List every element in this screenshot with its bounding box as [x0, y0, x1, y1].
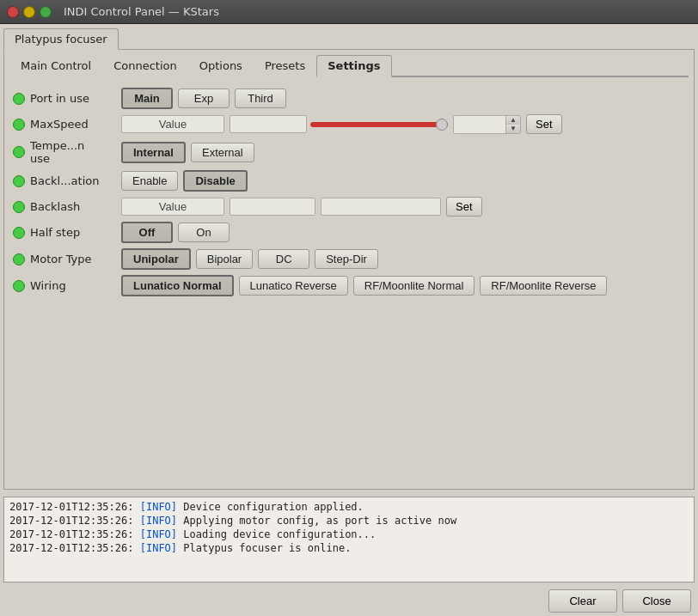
temperature-row: Tempe...n use Internal External: [13, 139, 685, 165]
maxspeed-label: MaxSpeed: [30, 118, 116, 131]
maxspeed-set-button[interactable]: Set: [526, 114, 562, 134]
log-line-4-msg: Platypus focuser is online.: [177, 542, 351, 554]
clear-button[interactable]: Clear: [548, 589, 617, 613]
maxspeed-indicator: [13, 119, 25, 131]
bottom-bar: Clear Close: [0, 586, 698, 616]
port-main-button[interactable]: Main: [121, 88, 173, 109]
backlash-action-row: Backl...ation Enable Disable: [13, 170, 685, 192]
backlash-row: Backlash 0 0 Set: [13, 197, 685, 217]
log-info-4: [INFO]: [140, 542, 177, 554]
wiring-rf-moonlite-normal-button[interactable]: RF/Moonlite Normal: [353, 276, 475, 296]
maxspeed-spinbox-down[interactable]: ▼: [506, 125, 520, 133]
maximize-window-button[interactable]: [40, 6, 52, 18]
log-info-2: [INFO]: [140, 515, 177, 527]
backlash-value2[interactable]: 0: [321, 198, 441, 216]
wiring-lunatico-reverse-button[interactable]: Lunatico Reverse: [239, 276, 348, 296]
half-step-indicator: [13, 227, 25, 239]
log-line-2-text: 2017-12-01T12:35:26:: [9, 515, 140, 527]
maxspeed-spinbox: 9800.00 ▲ ▼: [453, 115, 521, 134]
log-line-4: 2017-12-01T12:35:26: [INFO] Platypus foc…: [9, 542, 689, 554]
backlash-set-button[interactable]: Set: [446, 197, 482, 217]
backlash-action-indicator: [13, 175, 25, 187]
port-exp-button[interactable]: Exp: [178, 88, 230, 108]
minimize-window-button[interactable]: [23, 6, 35, 18]
backlash-enable-button[interactable]: Enable: [121, 171, 178, 191]
inner-tab-bar: Main Control Connection Options Presets …: [9, 55, 689, 77]
tab-presets[interactable]: Presets: [254, 55, 316, 77]
window-title: INDI Control Panel — KStars: [64, 5, 219, 18]
log-info-1: [INFO]: [140, 501, 177, 513]
log-line-4-text: 2017-12-01T12:35:26:: [9, 542, 140, 554]
tab-connection[interactable]: Connection: [102, 55, 188, 77]
motor-type-indicator: [13, 253, 25, 265]
close-window-button[interactable]: [7, 6, 19, 18]
backlash-value1[interactable]: 0: [230, 198, 315, 216]
maxspeed-spinbox-input[interactable]: 9800.00: [454, 116, 505, 133]
motor-type-label: Motor Type: [30, 253, 116, 265]
maxspeed-row: MaxSpeed 9800 9800.00 ▲ ▼ Set: [13, 114, 685, 134]
maxspeed-slider[interactable]: [310, 122, 448, 127]
port-in-use-indicator: [13, 93, 25, 105]
log-info-3: [INFO]: [140, 528, 177, 540]
temperature-label: Tempe...n use: [30, 139, 116, 165]
port-in-use-label: Port in use: [30, 92, 116, 105]
backlash-indicator: [13, 201, 25, 213]
temperature-internal-button[interactable]: Internal: [121, 142, 186, 163]
log-line-3: 2017-12-01T12:35:26: [INFO] Loading devi…: [9, 528, 689, 540]
tab-main-control[interactable]: Main Control: [9, 55, 102, 77]
settings-panel: Port in use Main Exp Third MaxSpeed 9800…: [9, 84, 689, 484]
log-area: 2017-12-01T12:35:26: [INFO] Device confi…: [3, 497, 695, 582]
log-line-1: 2017-12-01T12:35:26: [INFO] Device confi…: [9, 501, 689, 513]
window-controls: [7, 6, 52, 18]
motor-type-row: Motor Type Unipolar Bipolar DC Step-Dir: [13, 248, 685, 270]
motor-bipolar-button[interactable]: Bipolar: [196, 249, 253, 269]
backlash-value-field[interactable]: [121, 198, 224, 216]
half-step-on-button[interactable]: On: [178, 223, 230, 242]
backlash-disable-button[interactable]: Disable: [183, 170, 247, 192]
half-step-off-button[interactable]: Off: [121, 222, 173, 243]
main-window: Platypus focuser Main Control Connection…: [0, 24, 698, 616]
tab-settings[interactable]: Settings: [316, 55, 391, 77]
motor-dc-button[interactable]: DC: [258, 249, 309, 269]
temperature-external-button[interactable]: External: [191, 143, 254, 162]
log-line-3-msg: Loading device configuration...: [177, 528, 376, 540]
log-line-1-text: 2017-12-01T12:35:26:: [9, 501, 140, 513]
backlash-label: Backlash: [30, 200, 116, 213]
tab-options[interactable]: Options: [188, 55, 254, 77]
temperature-indicator: [13, 146, 25, 158]
half-step-row: Half step Off On: [13, 222, 685, 243]
log-line-2-msg: Applying motor config, as port is active…: [177, 515, 456, 527]
port-third-button[interactable]: Third: [235, 88, 286, 108]
wiring-rf-moonlite-reverse-button[interactable]: RF/Moonlite Reverse: [480, 276, 607, 296]
maxspeed-spinbox-buttons: ▲ ▼: [505, 116, 520, 133]
motor-unipolar-button[interactable]: Unipolar: [121, 248, 191, 270]
titlebar: INDI Control Panel — KStars: [0, 0, 698, 24]
log-line-1-msg: Device configuration applied.: [177, 501, 364, 513]
window-tab-platypus[interactable]: Platypus focuser: [3, 28, 119, 50]
maxspeed-number-field[interactable]: 9800: [230, 115, 307, 133]
wiring-lunatico-normal-button[interactable]: Lunatico Normal: [121, 275, 234, 296]
wiring-row: Wiring Lunatico Normal Lunatico Reverse …: [13, 275, 685, 296]
log-line-3-text: 2017-12-01T12:35:26:: [9, 528, 140, 540]
motor-stepdir-button[interactable]: Step-Dir: [315, 249, 378, 269]
maxspeed-slider-container: 9800: [230, 115, 448, 133]
maxspeed-value-field[interactable]: [121, 115, 224, 133]
wiring-indicator: [13, 280, 25, 292]
content-area: Main Control Connection Options Presets …: [3, 49, 695, 490]
close-button[interactable]: Close: [622, 589, 691, 613]
log-line-2: 2017-12-01T12:35:26: [INFO] Applying mot…: [9, 515, 689, 527]
half-step-label: Half step: [30, 226, 116, 239]
wiring-label: Wiring: [30, 279, 116, 292]
window-tab-bar: Platypus focuser: [0, 24, 698, 49]
maxspeed-spinbox-up[interactable]: ▲: [506, 116, 520, 125]
backlash-action-label: Backl...ation: [30, 174, 116, 187]
port-in-use-row: Port in use Main Exp Third: [13, 88, 685, 109]
